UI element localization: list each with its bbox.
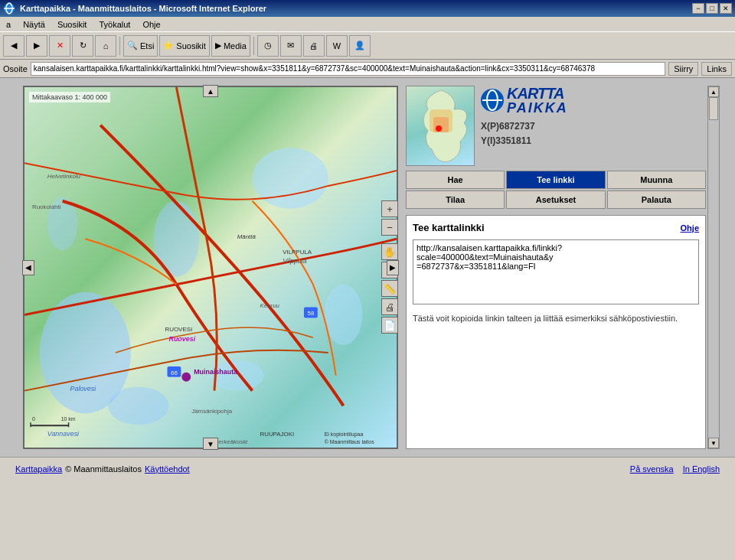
svg-point-5: [154, 201, 199, 277]
separator-1: [119, 37, 120, 55]
right-panel: KARTTA PAIKKA X(P)6872737 Y(I)3351811 Ha…: [398, 86, 706, 449]
print-map-button[interactable]: 🖨: [381, 298, 398, 315]
history-icon: ◷: [264, 41, 272, 50]
tee-linkki-button[interactable]: Tee linkki: [506, 171, 605, 189]
map-pan-left-button[interactable]: ◀: [22, 260, 34, 275]
scroll-up-button[interactable]: ▲: [708, 86, 719, 97]
logo-icon: [482, 90, 503, 111]
favorites-button[interactable]: ⭐ Suosikit: [159, 35, 210, 57]
links-button[interactable]: Links: [701, 62, 732, 76]
svg-point-38: [436, 125, 442, 132]
scroll-down-button[interactable]: ▼: [708, 438, 719, 448]
map-panel[interactable]: 66 58 Muinaishauta Ruovesi RUOVESI VILPP…: [23, 86, 398, 449]
title-bar-buttons: − □ ✕: [692, 3, 732, 14]
title-bar: Karttapaikka - Maanmittauslaitos - Micro…: [0, 0, 735, 17]
svg-point-6: [325, 285, 363, 345]
edit-button[interactable]: W: [326, 35, 348, 57]
title-bar-left: Karttapaikka - Maanmittauslaitos - Micro…: [3, 2, 266, 15]
back-icon: ◀: [11, 41, 17, 50]
map-pan-down-button[interactable]: ▼: [203, 438, 218, 450]
go-button[interactable]: Siirry: [668, 62, 698, 76]
scrollbar-thumb[interactable]: [709, 97, 718, 120]
karttapaikka-link[interactable]: Karttapaikka: [15, 464, 62, 474]
scrollbar: ▲ ▼: [707, 86, 720, 449]
link-description: Tästä voit kopioida linkin talteen ja li…: [413, 313, 699, 324]
svg-text:Ei kopiointilupaa: Ei kopiointilupaa: [325, 431, 364, 438]
media-button[interactable]: ▶ Media: [211, 35, 250, 57]
layer-button[interactable]: 📄: [381, 317, 398, 334]
svg-text:Ruovesi: Ruovesi: [168, 335, 195, 343]
history-button[interactable]: ◷: [257, 35, 279, 57]
print-button[interactable]: 🖨: [303, 35, 325, 57]
stop-icon: ✕: [57, 41, 64, 50]
mini-map-svg: [407, 86, 475, 167]
menu-item-nayta[interactable]: Näytä: [20, 18, 48, 31]
close-button[interactable]: ✕: [720, 3, 732, 14]
logo-kartta: KARTTA: [507, 86, 568, 101]
svg-text:Keuruu: Keuruu: [260, 302, 279, 309]
mail-button[interactable]: ✉: [280, 35, 302, 57]
home-icon: ⌂: [103, 41, 109, 50]
muunna-button[interactable]: Muunna: [607, 171, 706, 189]
ie-icon: [3, 2, 15, 15]
measure-button[interactable]: 📏: [381, 280, 398, 297]
hae-button[interactable]: Hae: [406, 171, 505, 189]
back-button[interactable]: ◀: [3, 35, 24, 57]
svg-point-9: [108, 387, 168, 425]
map-svg: 66 58 Muinaishauta Ruovesi RUOVESI VILPP…: [24, 87, 397, 448]
coord-x: X(P)6872737: [481, 119, 706, 134]
svg-text:Jämsänkipohja: Jämsänkipohja: [191, 408, 232, 415]
svg-text:Mänttä: Mänttä: [237, 233, 256, 240]
media-icon: ▶: [215, 41, 221, 50]
stop-button[interactable]: ✕: [49, 35, 70, 57]
footer-right: På svenska In English: [630, 464, 720, 474]
svg-text:Vannavesi: Vannavesi: [47, 430, 80, 438]
menu-item-suosikit[interactable]: Suosikit: [54, 18, 90, 31]
star-icon: ⭐: [163, 41, 174, 50]
media-label: Media: [224, 41, 247, 50]
search-icon: 🔍: [127, 41, 138, 50]
zoom-out-button[interactable]: −: [381, 219, 398, 236]
svg-text:Muinaishauta: Muinaishauta: [194, 368, 238, 376]
forward-button[interactable]: ▶: [26, 35, 47, 57]
home-button[interactable]: ⌂: [95, 35, 116, 57]
minimize-button[interactable]: −: [692, 3, 704, 14]
maximize-button[interactable]: □: [706, 3, 718, 14]
logo-text-block: KARTTA PAIKKA: [507, 86, 568, 115]
mini-map[interactable]: [406, 86, 475, 166]
separator-2: [253, 37, 254, 55]
svg-rect-31: [31, 425, 69, 426]
map-pan-right-button[interactable]: ▶: [387, 260, 399, 275]
help-link[interactable]: Ohje: [681, 223, 699, 233]
footer-left: Karttapaikka © Maanmittauslaitos Käyttöe…: [15, 464, 190, 474]
swedish-link[interactable]: På svenska: [630, 464, 674, 474]
english-link[interactable]: In English: [683, 464, 720, 474]
link-textarea[interactable]: [413, 239, 699, 304]
search-button[interactable]: 🔍 Etsi: [123, 35, 158, 57]
hand-tool-button[interactable]: ✋: [381, 243, 398, 260]
tilaa-button[interactable]: Tilaa: [406, 190, 505, 209]
menu-item-tyokalut[interactable]: Työkalut: [96, 18, 133, 31]
address-bar: Osoite Siirry Links: [0, 60, 735, 78]
menu-item-ohje[interactable]: Ohje: [139, 18, 163, 31]
asetukset-button[interactable]: Asetukset: [506, 190, 605, 209]
map-pan-up-button[interactable]: ▲: [203, 85, 218, 97]
svg-text:RUOVESI: RUOVESI: [165, 326, 193, 333]
refresh-button[interactable]: ↻: [72, 35, 93, 57]
svg-text:VILPPULA: VILPPULA: [283, 249, 312, 256]
coordinates-section: X(P)6872737 Y(I)3351811: [481, 119, 706, 148]
toolbar: ◀ ▶ ✕ ↻ ⌂ 🔍 Etsi ⭐ Suosikit ▶ Media ◷ ✉ …: [0, 32, 735, 60]
zoom-in-button[interactable]: +: [381, 200, 398, 217]
svg-text:Kerkeäkoski: Kerkeäkoski: [214, 438, 247, 445]
menu-item-a[interactable]: a: [3, 18, 14, 31]
user-button[interactable]: 👤: [349, 35, 371, 57]
terms-link[interactable]: Käyttöehdot: [145, 464, 190, 474]
scrollbar-track: [708, 97, 719, 438]
refresh-icon: ↻: [80, 41, 87, 50]
palauta-button[interactable]: Palauta: [607, 190, 706, 209]
footer-copyright: © Maanmittauslaitos: [65, 464, 142, 474]
address-input[interactable]: [31, 62, 665, 76]
top-info-section: KARTTA PAIKKA X(P)6872737 Y(I)3351811: [406, 86, 706, 166]
svg-point-14: [181, 373, 191, 382]
main-layout: ▲ ▼ ◀ ▶: [0, 78, 735, 457]
